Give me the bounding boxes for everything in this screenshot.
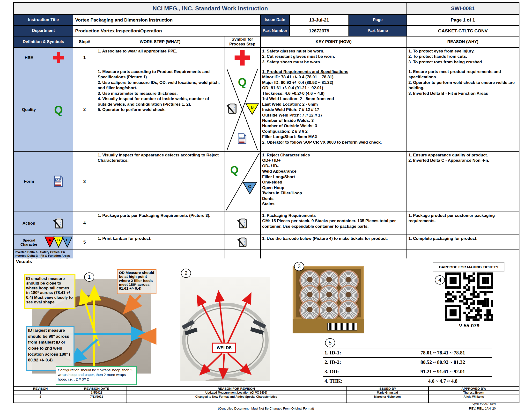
callout-configuration: Configuration should be 2 'wraps' hoop, … [56,366,137,385]
page-value: Page 1 of 1 [407,15,519,26]
coil-part [338,300,359,321]
footer-revision: REV. REL. JAN '20 [469,406,496,411]
inverted-delta-a-icon: A [45,237,55,247]
work-step-text: 1. Package parts per Packaging Requireme… [96,212,224,235]
picture4-number: 4 [435,275,445,285]
work-step-text: 1. Print kanban for product. [96,235,224,250]
welds-label: WELDS [212,343,236,353]
col-step: Step# [73,37,96,48]
legend-row: Inverted Delta A - Safety Critical Fn. .… [14,250,519,259]
barcode-title-label: BARCODE FOR MAKING TICKETS [433,262,504,271]
q-mark-icon: Q [230,164,238,176]
doc-number: SWI-0081 [407,3,519,15]
definition-symbol-form [44,152,73,212]
svg-text:A: A [49,238,51,242]
rev-number: 1 [14,391,67,395]
reason-text: 1. Ensure parts meet product requirement… [407,68,519,152]
rev-date: 7/13/2021 [67,395,126,399]
key-point-text: Minor ID: 78.41 +/- 0.4 (78.01 ~ 78.81) … [262,75,405,145]
empty-cell [73,250,96,259]
rev-approved-by: Theresa Brown [429,391,519,395]
revision-row: 2 7/13/2021 Changed to New Format and Ad… [14,395,519,399]
dim-label: 4. THK: [323,377,393,386]
empty-cell [224,250,261,259]
part-number-label: Part Number [261,26,290,37]
key-point-text: GM: 15 Pieces per stack. 9 Stacks per co… [262,218,405,229]
callout-od-measure: OD Measure should be at high point where… [117,269,156,294]
rev-col-date: REVISION DATE [67,387,126,391]
svg-text:C: C [248,184,251,189]
work-step-text: 1. Measure parts according to Product Re… [96,68,224,152]
empty-cell [67,399,126,402]
work-step-text: 1. Visually inspect for appearance defec… [96,152,224,212]
box-front-face [293,319,364,333]
visuals-label: Visuals [16,259,32,264]
qr-code [445,272,493,321]
form-title: NCI MFG., INC. Standard Work Instruction [14,3,407,15]
picture1-number: 1 [84,272,94,282]
reason-text: 1. Complete packaging for product. [407,235,519,250]
work-step-text: 1. Associate to wear all appropriate PPE… [96,48,224,68]
red-cross-icon [53,52,64,63]
controlled-document-note: (Controlled Document - Must Not Be Chang… [0,407,532,410]
picture3-packaging-photo [293,266,364,333]
clipboard-icon [237,218,248,229]
dim-label: 1. ID-1: [323,348,393,357]
rev-col-revision: REVISON [14,387,67,391]
title-row: NCI MFG., INC. Standard Work Instruction… [14,3,519,15]
svg-text:C: C [66,238,68,242]
dim-label: 3. OD: [323,367,393,376]
swi-form-table: NCI MFG., INC. Standard Work Instruction… [13,2,519,260]
clipboard-icon [227,103,237,114]
rev-number: 2 [14,395,67,399]
empty-cell [126,399,347,402]
rev-approved-by: Alicia Williams [429,395,519,399]
empty-cell [14,399,67,402]
inverted-delta-b-icon: B [54,237,63,247]
table-row: 1. ID-1: 78.01 ~ 78.41 ~ 78.81 [323,348,492,358]
issue-date-label: Issue Date [261,15,290,26]
quality-process-diagram: Q B [225,68,260,151]
definition-label-hse: HSE [14,48,44,68]
definition-symbol-special: A B C [44,235,73,250]
key-point-text: 1. Use the barcode below (Picture 4) to … [261,235,407,250]
empty-cell [407,250,519,259]
step-number: 3 [73,152,96,212]
key-point-title: 1. Product Requirements and Specificatio… [262,69,405,75]
empty-cell [261,250,407,259]
visuals-section: Visuals 1 ID smallest measure should be … [13,258,519,386]
process-symbol-special [224,235,261,250]
table-row: 4. THK: 4.6 ~ 4.7 ~ 4.8 [323,377,492,386]
dim-value: 4.6 ~ 4.7 ~ 4.8 [393,377,492,386]
rev-col-reason: REASON FOR REVISON [126,387,347,391]
rev-reason: Updated Measurement Location (QI VX 2406… [126,391,347,395]
barcode-value: V-55-079 [445,323,493,328]
coils-grid [299,270,360,321]
key-point-text: OD+ / ID+ OD- / ID- Weld Appearance Fill… [262,158,405,207]
callout-id-smallest: ID smallest measure should be close to w… [24,274,76,309]
empty-cell [347,399,429,402]
rev-date: 3/5/2021 [67,391,126,395]
revision-header-row: REVISON REVISION DATE REASON FOR REVISON… [14,387,519,391]
step-row-hse: HSE 1 1. Associate to wear all appropria… [14,48,519,68]
col-work-step: WORK STEP (WHAT) [96,37,224,48]
weld-pointer-arrows [180,277,270,381]
instruction-title-label: Instruction Title [14,15,73,26]
reason-text: 1. Package product per customer packagin… [407,212,519,235]
inverted-delta-b-icon: B [246,104,258,114]
col-key-point: KEY POINT (HOW) [261,37,407,48]
definition-label-special: Special Character [14,235,44,250]
yellow-diagonal-arrow [82,291,99,346]
form-process-diagram: Q C [225,152,260,211]
definition-symbol-hse [44,48,73,68]
process-symbol-hse [224,48,261,68]
reason-text: 1. To protect eyes from eye injury. 2. T… [407,48,519,68]
table-row: 2. ID-2: 80.52 ~ 80.92 ~ 81.32 [323,358,492,367]
instruction-title-value: Vortex Packaging and Dimension Instructi… [73,15,261,26]
qr-code-graphic [445,272,493,321]
step-number: 2 [73,68,96,152]
doc-number-text: SWI-0081 [451,5,475,12]
rev-reason: Changed to New Format and Added Special … [126,395,347,399]
step-number: 1 [73,48,96,68]
revision-row: 1 3/5/2021 Updated Measurement Location … [14,391,519,395]
